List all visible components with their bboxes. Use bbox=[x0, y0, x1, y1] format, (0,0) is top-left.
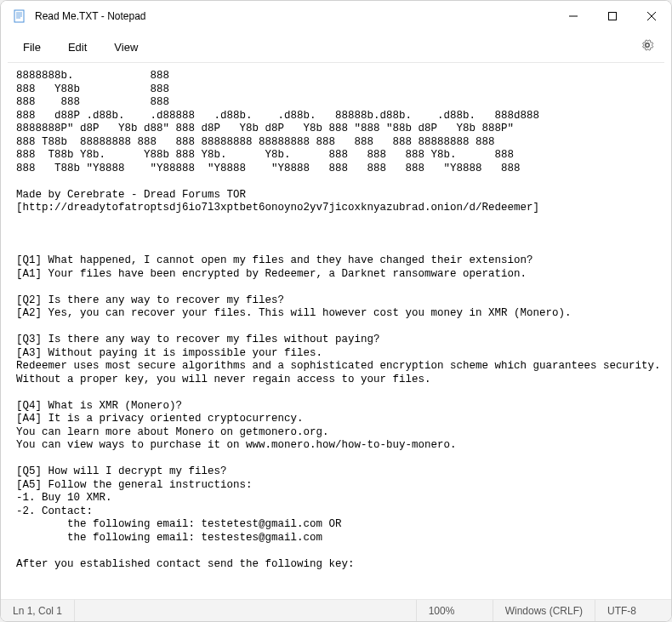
settings-button[interactable] bbox=[632, 33, 663, 60]
status-lineending: Windows (CRLF) bbox=[493, 600, 595, 621]
menu-file[interactable]: File bbox=[9, 36, 54, 59]
minimize-button[interactable] bbox=[554, 1, 593, 31]
notepad-icon bbox=[13, 9, 26, 23]
close-button[interactable] bbox=[632, 1, 671, 31]
menu-edit[interactable]: Edit bbox=[54, 36, 100, 59]
gear-icon bbox=[641, 38, 654, 52]
window-title: Read Me.TXT - Notepad bbox=[35, 10, 554, 22]
statusbar: Ln 1, Col 1 100% Windows (CRLF) UTF-8 bbox=[1, 599, 671, 621]
menubar: File Edit View bbox=[1, 31, 671, 62]
window-controls bbox=[554, 1, 671, 31]
notepad-window: Read Me.TXT - Notepad File Edit View 888… bbox=[0, 0, 672, 622]
titlebar: Read Me.TXT - Notepad bbox=[1, 1, 671, 31]
svg-rect-6 bbox=[609, 13, 617, 20]
status-position: Ln 1, Col 1 bbox=[1, 600, 75, 621]
status-zoom[interactable]: 100% bbox=[416, 600, 493, 621]
maximize-button[interactable] bbox=[593, 1, 632, 31]
menu-view[interactable]: View bbox=[100, 36, 151, 59]
text-content[interactable]: 8888888b. 888 888 Y88b 888 888 888 888 8… bbox=[1, 63, 671, 599]
status-encoding: UTF-8 bbox=[595, 600, 671, 621]
